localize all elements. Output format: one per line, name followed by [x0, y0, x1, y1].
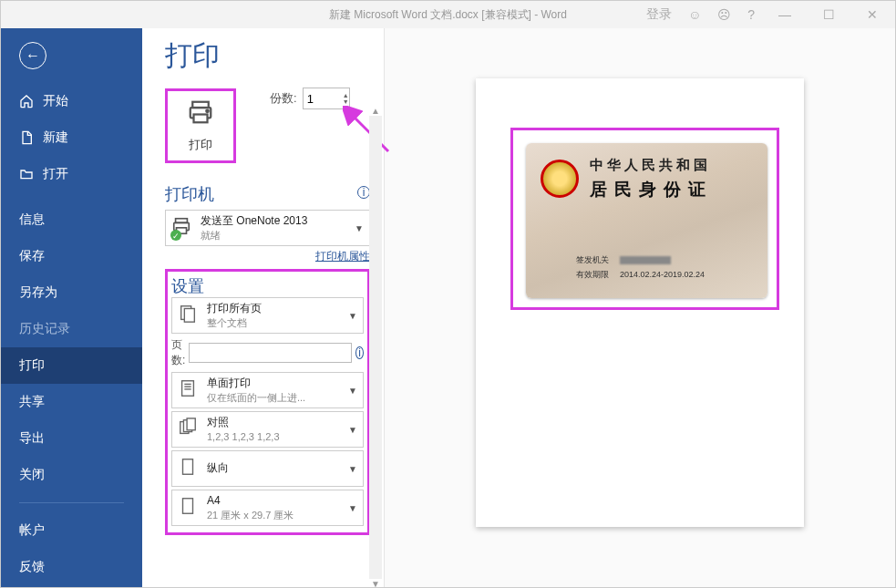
home-icon	[19, 94, 34, 108]
sidebar-item-new[interactable]: 新建	[1, 119, 142, 156]
chevron-down-icon: ▼	[348, 311, 357, 321]
sidebar-item-label: 另存为	[19, 284, 57, 301]
authority-value-redacted	[620, 256, 671, 264]
sidebar-item-export[interactable]: 导出	[1, 420, 142, 457]
sidebar-item-label: 新建	[43, 129, 68, 146]
emblem-icon	[541, 160, 579, 198]
setting-paper-size[interactable]: A4 21 厘米 x 29.7 厘米 ▼	[171, 490, 364, 526]
sidebar-item-label: 帐户	[19, 522, 45, 539]
setting-collate-sub: 1,2,3 1,2,3 1,2,3	[207, 430, 348, 443]
setting-duplex-title: 单面打印	[207, 377, 348, 391]
sidebar-item-open[interactable]: 打开	[1, 156, 142, 192]
sidebar-item-label: 信息	[19, 211, 45, 228]
face-sad-icon[interactable]: ☹	[717, 7, 731, 22]
setting-print-range[interactable]: 打印所有页 整个文档 ▼	[171, 297, 364, 334]
printer-info-icon[interactable]: i	[357, 186, 370, 199]
sidebar-item-label: 导出	[19, 430, 45, 447]
chevron-down-icon: ▼	[348, 464, 357, 474]
back-button[interactable]: ←	[1, 28, 142, 83]
open-folder-icon	[19, 167, 34, 181]
svg-rect-17	[183, 459, 193, 474]
preview-annotation-box: 中华人民共和国 居民身份证 签发机关 有效期限2014.02.24-2019.0…	[510, 128, 779, 310]
svg-point-3	[206, 110, 209, 113]
sidebar-item-share[interactable]: 共享	[1, 384, 142, 420]
setting-range-sub: 整个文档	[207, 316, 348, 329]
sidebar-item-label: 历史记录	[19, 321, 70, 337]
pages-label: 页数:	[171, 337, 185, 368]
preview-page: 中华人民共和国 居民身份证 签发机关 有效期限2014.02.24-2019.0…	[476, 78, 804, 527]
svg-rect-18	[183, 498, 193, 513]
settings-annotation-box: 设置 打印所有页 整个文档 ▼ 页数: i	[165, 269, 370, 535]
setting-collate[interactable]: 对照 1,2,3 1,2,3 1,2,3 ▼	[171, 411, 364, 448]
printer-name: 发送至 OneNote 2013	[201, 214, 355, 229]
sidebar-item-label: 反馈	[19, 559, 45, 575]
settings-section-title: 设置	[171, 277, 204, 295]
print-button[interactable]: 打印	[165, 88, 236, 163]
setting-range-title: 打印所有页	[207, 302, 348, 316]
svg-rect-16	[187, 418, 195, 429]
setting-paper-title: A4	[207, 494, 348, 509]
back-arrow-icon: ←	[19, 42, 46, 69]
single-side-icon	[178, 378, 200, 403]
sidebar-item-label: 关闭	[19, 467, 45, 483]
sidebar-item-save[interactable]: 保存	[1, 238, 142, 274]
paper-icon	[178, 496, 200, 521]
svg-rect-2	[194, 115, 208, 123]
sidebar-item-label: 保存	[19, 248, 45, 264]
title-bar: 新建 Microsoft Word 文档.docx [兼容模式] - Word …	[1, 1, 895, 28]
sidebar-item-label: 开始	[43, 93, 68, 109]
pages-icon	[178, 304, 200, 328]
sidebar-item-label: 共享	[19, 394, 45, 410]
chevron-down-icon: ▼	[348, 386, 357, 396]
sidebar-item-saveas[interactable]: 另存为	[1, 274, 142, 311]
sidebar-item-close[interactable]: 关闭	[1, 457, 142, 493]
sidebar-item-history[interactable]: 历史记录	[1, 311, 142, 347]
pages-input[interactable]	[189, 343, 352, 363]
printer-properties-link[interactable]: 打印机属性	[165, 249, 370, 264]
sidebar-item-account[interactable]: 帐户	[1, 512, 142, 549]
scroll-down-icon[interactable]: ▼	[371, 579, 380, 588]
printer-small-icon	[171, 216, 193, 241]
card-country-text: 中华人民共和国	[590, 157, 713, 174]
page-title: 打印	[165, 37, 370, 75]
close-button[interactable]: ✕	[859, 7, 886, 22]
maximize-button[interactable]: ☐	[815, 7, 842, 22]
collate-icon	[178, 418, 200, 442]
pages-info-icon[interactable]: i	[355, 346, 364, 359]
face-happy-icon[interactable]: ☺	[688, 7, 701, 22]
sidebar-item-feedback[interactable]: 反馈	[1, 549, 142, 585]
backstage-sidebar: ← 开始 新建 打开 信息 保存 另存为 历史记录 打印 共享 导出 关闭	[1, 28, 142, 588]
minimize-button[interactable]: —	[771, 7, 798, 22]
portrait-icon	[178, 457, 200, 481]
svg-rect-7	[177, 227, 187, 232]
sidebar-item-label: 打印	[19, 357, 45, 374]
help-icon[interactable]: ?	[747, 7, 755, 22]
print-preview-area: 中华人民共和国 居民身份证 签发机关 有效期限2014.02.24-2019.0…	[384, 28, 895, 588]
login-link[interactable]: 登录	[646, 6, 672, 23]
card-title-text: 居民身份证	[590, 178, 713, 201]
sidebar-item-label: 打开	[43, 166, 68, 182]
scroll-up-icon[interactable]: ▲	[371, 106, 380, 116]
print-button-label: 打印	[184, 137, 217, 153]
sidebar-item-print[interactable]: 打印	[1, 347, 142, 384]
printer-section-title: 打印机	[165, 183, 357, 205]
printer-icon	[184, 98, 217, 133]
printer-dropdown[interactable]: 发送至 OneNote 2013 就绪 ▼	[165, 210, 370, 246]
setting-duplex-sub: 仅在纸面的一侧上进...	[207, 391, 348, 404]
chevron-down-icon: ▼	[355, 223, 364, 233]
authority-label: 签发机关	[576, 253, 620, 267]
printer-status: 就绪	[201, 229, 355, 242]
svg-rect-10	[182, 380, 194, 396]
setting-orientation[interactable]: 纵向 ▼	[171, 450, 364, 487]
copies-spinner[interactable]: ▲▼	[343, 92, 349, 105]
copies-label: 份数:	[270, 90, 297, 107]
new-doc-icon	[19, 130, 34, 145]
sidebar-item-info[interactable]: 信息	[1, 201, 142, 238]
panel-scrollbar[interactable]: ▲ ▼	[369, 106, 382, 588]
validity-value: 2014.02.24-2019.02.24	[620, 270, 705, 279]
validity-label: 有效期限	[576, 267, 620, 282]
setting-paper-sub: 21 厘米 x 29.7 厘米	[207, 509, 348, 521]
window-title: 新建 Microsoft Word 文档.docx [兼容模式] - Word	[329, 7, 567, 23]
sidebar-item-home[interactable]: 开始	[1, 83, 142, 119]
setting-duplex[interactable]: 单面打印 仅在纸面的一侧上进... ▼	[171, 372, 364, 408]
